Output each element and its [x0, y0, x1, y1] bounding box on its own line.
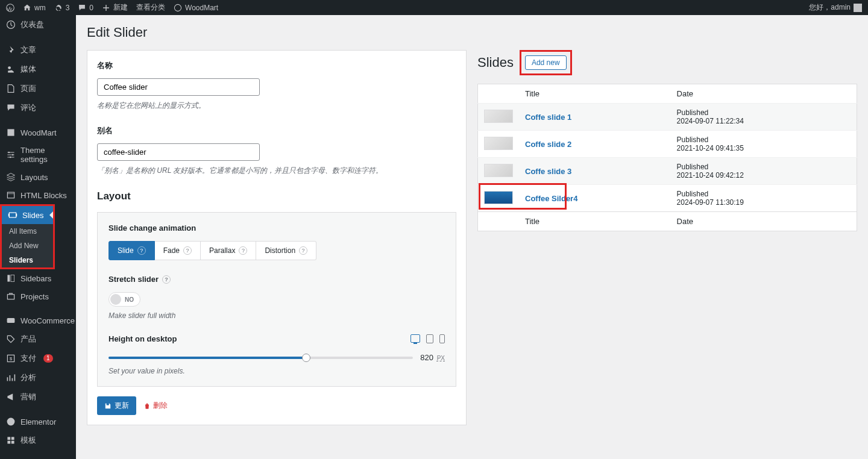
menu-posts[interactable]: 文章 — [0, 40, 76, 60]
slide-title-link[interactable]: Coffe slide 3 — [525, 167, 571, 176]
menu-label: 仪表盘 — [20, 19, 44, 30]
woodmart-link[interactable]: WoodMart — [174, 4, 218, 12]
help-icon[interactable]: ? — [162, 275, 171, 284]
menu-appearance[interactable]: 外观 — [0, 456, 76, 459]
svg-rect-19 — [7, 437, 10, 440]
menu-marketing[interactable]: 营销 — [0, 387, 76, 407]
svg-rect-13 — [11, 275, 14, 281]
slide-date: 2021-10-24 09:42:12 — [677, 171, 744, 180]
button-label: 更新 — [115, 401, 129, 411]
menu-templates[interactable]: 模板 — [0, 431, 76, 450]
svg-rect-14 — [7, 295, 14, 299]
tf-date[interactable]: Date — [671, 212, 857, 231]
svg-point-18 — [7, 418, 15, 426]
trash-icon — [143, 402, 151, 410]
menu-label: Layouts — [20, 173, 48, 182]
mobile-icon[interactable] — [439, 334, 445, 343]
columns-icon — [6, 273, 16, 283]
height-help: Set your value in pixels. — [108, 367, 445, 375]
slide-title-link[interactable]: Coffe slide 1 — [525, 113, 571, 122]
slide-thumb[interactable] — [484, 191, 513, 204]
menu-payments[interactable]: $支付1 — [0, 349, 76, 368]
home-icon — [23, 4, 31, 12]
help-icon[interactable]: ? — [239, 246, 247, 255]
dashboard-icon — [6, 20, 16, 30]
menu-label: 媒体 — [20, 64, 36, 75]
animation-fade[interactable]: Fade? — [155, 241, 201, 260]
menu-media[interactable]: 媒体 — [0, 60, 76, 79]
slide-title-link[interactable]: Coffee Silder4 — [525, 194, 577, 203]
menu-woodmart[interactable]: WoodMart — [0, 123, 76, 142]
help-icon[interactable]: ? — [183, 246, 192, 255]
menu-comments[interactable]: 评论 — [0, 98, 76, 117]
slide-status: Published — [677, 136, 709, 144]
stretch-toggle[interactable]: NO — [108, 292, 140, 307]
th-title[interactable]: Title — [519, 84, 671, 104]
comments-link[interactable]: 0 — [78, 4, 93, 12]
help-icon[interactable]: ? — [137, 246, 146, 255]
slide-thumb[interactable] — [484, 137, 513, 150]
menu-layouts[interactable]: Layouts — [0, 168, 76, 186]
menu-analytics[interactable]: 分析 — [0, 368, 76, 387]
code-icon — [6, 190, 16, 200]
button-label: Add new — [532, 58, 560, 67]
site-link[interactable]: wm — [23, 4, 46, 12]
svg-rect-10 — [8, 214, 10, 217]
wp-logo[interactable] — [6, 4, 14, 12]
menu-label: WoodMart — [20, 128, 57, 137]
slide-thumb[interactable] — [484, 110, 513, 123]
site-name: wm — [34, 4, 46, 12]
slide-status: Published — [677, 190, 709, 198]
help-icon[interactable]: ? — [299, 246, 307, 255]
animation-distortion[interactable]: Distortion? — [256, 241, 316, 260]
update-button[interactable]: 更新 — [97, 396, 136, 415]
slug-input[interactable] — [97, 143, 260, 161]
menu-woocommerce[interactable]: WooCommerce — [0, 311, 76, 329]
slide-thumb[interactable] — [484, 164, 513, 177]
menu-label: Sidebars — [20, 274, 51, 283]
menu-label: Slides — [22, 211, 43, 220]
slides-submenu: All Items Add New Sliders — [2, 224, 53, 267]
menu-label: 营销 — [20, 392, 36, 402]
menu-products[interactable]: 产品 — [0, 329, 76, 349]
height-unit[interactable]: PX — [437, 355, 445, 361]
th-date[interactable]: Date — [671, 84, 857, 104]
animation-slide[interactable]: Slide? — [108, 241, 155, 260]
desktop-icon[interactable] — [410, 334, 420, 343]
delete-button[interactable]: 删除 — [143, 401, 168, 411]
menu-html-blocks[interactable]: HTML Blocks — [0, 186, 76, 204]
menu-label: WooCommerce — [20, 316, 75, 325]
menu-slides[interactable]: Slides — [2, 206, 53, 224]
menu-label: HTML Blocks — [20, 191, 67, 200]
view-link[interactable]: 查看分类 — [136, 2, 165, 13]
height-slider[interactable] — [108, 357, 413, 359]
slide-title-link[interactable]: Coffe slide 2 — [525, 140, 571, 149]
animation-parallax[interactable]: Parallax? — [201, 241, 256, 260]
updates-link[interactable]: 3 — [54, 4, 70, 12]
add-new-button[interactable]: Add new — [525, 55, 567, 70]
radio-label: Slide — [118, 246, 134, 255]
howdy-label: 您好，admin — [809, 2, 851, 13]
name-input[interactable] — [97, 78, 260, 96]
tablet-icon[interactable] — [426, 334, 433, 343]
submenu-sliders[interactable]: Sliders — [2, 253, 53, 267]
tf-title[interactable]: Title — [519, 212, 671, 231]
menu-sidebars[interactable]: Sidebars — [0, 269, 76, 287]
page-icon — [6, 84, 16, 93]
menu-elementor[interactable]: Elementor — [0, 413, 76, 431]
menu-dashboard[interactable]: 仪表盘 — [0, 15, 76, 34]
briefcase-icon — [6, 292, 16, 301]
comment-icon — [78, 4, 86, 12]
submenu-all-items[interactable]: All Items — [2, 224, 53, 239]
woodmart-label: WoodMart — [185, 4, 218, 12]
submenu-add-new[interactable]: Add New — [2, 239, 53, 253]
howdy-link[interactable]: 您好，admin — [809, 2, 862, 13]
menu-theme-settings[interactable]: Theme settings — [0, 142, 76, 168]
submenu-label: All Items — [9, 227, 37, 236]
woo-icon — [6, 316, 16, 325]
new-link[interactable]: 新建 — [102, 2, 128, 13]
media-icon — [6, 64, 16, 74]
menu-projects[interactable]: Projects — [0, 287, 76, 305]
menu-pages[interactable]: 页面 — [0, 79, 76, 98]
slides-table: Title Date Coffe slide 1 Published2024-0… — [477, 84, 857, 231]
